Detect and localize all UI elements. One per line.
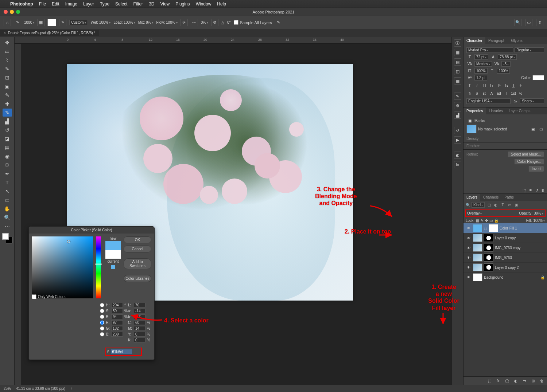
layer-thumbnail[interactable] (473, 224, 482, 232)
document-tab[interactable]: × DoubleExposurePs.psd @ 25% (Color Fill… (0, 30, 99, 36)
menu-3d[interactable]: 3D (149, 1, 154, 7)
sample-checkbox[interactable] (234, 20, 238, 25)
r-radio[interactable] (100, 320, 104, 325)
y-input[interactable]: 0 (134, 332, 146, 337)
type-tool[interactable]: T (3, 179, 12, 187)
a-input[interactable]: -14 (134, 309, 146, 313)
layer-visibility-icon[interactable]: 👁 (466, 266, 472, 270)
zoom-tool[interactable]: 🔍 (3, 213, 12, 222)
properties-panel[interactable]: ▣Masks No mask selected ▣ ▢ Density: Fea… (463, 114, 547, 187)
underline-button[interactable]: T (510, 82, 517, 89)
properties-panel-tabs[interactable]: Properties Libraries Layer Comps (463, 107, 547, 114)
language-select[interactable]: English: USA (466, 98, 511, 104)
hex-input[interactable]: 61b6ef (110, 349, 132, 354)
gradients-panel-icon[interactable]: ◫ (454, 68, 461, 75)
options-bar[interactable]: ⌂ ✎ 1000 ▦ ✎ Custom Wet: 100% Load: 100%… (0, 16, 547, 29)
layer-mask-thumbnail[interactable] (489, 224, 498, 232)
lock-row[interactable]: Lock: ▦ ✎ ✥ ▭ 🔒 Fill: 100% (463, 218, 547, 223)
opentype-buttons[interactable]: fi σst Aad T1st ½ (466, 90, 544, 97)
italic-button[interactable]: T (474, 82, 480, 89)
only-web-colors[interactable]: Only Web Colors (32, 294, 65, 299)
layer-row[interactable]: 👁 Background 🔒 (463, 273, 547, 282)
new-color-swatch[interactable] (105, 241, 121, 250)
history-panel-icon[interactable]: ↺ (454, 127, 461, 134)
layer-name[interactable]: Color Fill 1 (500, 226, 545, 230)
link-icon[interactable]: ⬚ (523, 188, 526, 192)
layer-mask-thumbnail[interactable] (484, 254, 493, 262)
bold-button[interactable]: T (466, 82, 473, 89)
tablet-pressure-icon[interactable]: ✎ (275, 19, 282, 26)
filter-kind-select[interactable]: Kind (472, 202, 485, 208)
baseline-input[interactable]: 1.2 pt (474, 75, 487, 81)
superscript-button[interactable]: T¹ (496, 82, 502, 89)
actions-panel-icon[interactable]: ▶ (454, 136, 461, 144)
type-style-buttons[interactable]: T T TT Tᴛ T¹ T₁ T T (466, 82, 544, 89)
color-range-button[interactable]: Color Range... (514, 158, 544, 165)
menu-window[interactable]: Window (196, 1, 212, 7)
new-group-icon[interactable]: 🗀 (521, 378, 527, 384)
menu-filter[interactable]: Filter (133, 1, 143, 7)
filter-type-icon[interactable]: T (500, 202, 506, 208)
crop-tool[interactable]: ⊡ (3, 74, 12, 82)
flow-value[interactable]: Flow: 100% (156, 20, 177, 24)
blur-tool[interactable]: ◉ (3, 152, 12, 160)
status-bar[interactable]: 25% 41.31 cm x 33.99 cm (300 ppi) 〉 (0, 385, 547, 392)
layer-fx-icon[interactable]: fx (495, 378, 501, 384)
move-tool[interactable]: ✥ (3, 39, 12, 47)
strike-button[interactable]: T (517, 82, 524, 89)
filter-smart-icon[interactable]: ▣ (513, 202, 519, 208)
smallcaps-button[interactable]: Tᴛ (488, 82, 495, 89)
font-family-select[interactable]: Myriad Pro (466, 47, 513, 53)
dodge-tool[interactable]: ☉ (3, 161, 12, 169)
brush-settings-panel-icon[interactable]: ⚙ (454, 102, 461, 109)
menu-plugins[interactable]: Plugins (175, 1, 190, 7)
foreground-color[interactable] (2, 233, 9, 240)
edit-toolbar[interactable]: ⋯ (3, 222, 12, 230)
shape-tool[interactable]: ▭ (3, 196, 12, 204)
hand-tool[interactable]: ✋ (3, 205, 12, 213)
owc-checkbox[interactable] (32, 294, 36, 299)
lock-artboard-icon[interactable]: ▭ (489, 219, 493, 223)
tools-panel[interactable]: ✥ ▭ ⌇ ✎ ⊡ ▣ ✎ ✚ ✎ ▟ ↺ ◪ ▤ ◉ ☉ ✒ T ↖ ▭ ✋ … (0, 37, 15, 385)
h-radio[interactable] (100, 303, 104, 307)
app-menu[interactable]: Photoshop (10, 1, 33, 7)
workspace-icon[interactable]: ▭ (525, 19, 532, 26)
tab-layer-comps[interactable]: Layer Comps (506, 107, 533, 114)
layers-list[interactable]: 👁 ⬚ Color Fill 1 👁 Layer 0 copy 👁 I (463, 223, 547, 376)
add-vector-mask-icon[interactable]: ▢ (538, 126, 544, 132)
angle-value[interactable]: 0° (227, 20, 231, 24)
layer-name[interactable]: IMG_9763 copy (495, 246, 545, 250)
color-swatches[interactable] (2, 233, 12, 243)
delete-layer-icon[interactable]: 🗑 (539, 378, 545, 384)
blend-opacity-row[interactable]: Overlay Opacity: 39% (465, 209, 546, 217)
g-input[interactable]: 182 (111, 326, 123, 331)
eraser-tool[interactable]: ◪ (3, 135, 12, 143)
lock-all-icon[interactable]: 🔒 (494, 219, 498, 223)
tab-properties[interactable]: Properties (463, 107, 486, 114)
gradient-tool[interactable]: ▤ (3, 144, 12, 152)
current-color-swatch[interactable] (105, 250, 121, 259)
ok-button[interactable]: OK (124, 236, 151, 243)
brushes-panel-icon[interactable]: ✎ (454, 93, 461, 100)
antialias-select[interactable]: Sharp (520, 98, 544, 104)
menu-edit[interactable]: Edit (52, 1, 59, 7)
menu-file[interactable]: File (39, 1, 46, 7)
smoothing-value[interactable]: 0% (201, 20, 208, 24)
subscript-button[interactable]: T₁ (503, 82, 509, 89)
bv-input[interactable]: 94 (111, 314, 123, 319)
hue-thumb[interactable] (95, 263, 102, 264)
minimize-window-icon[interactable] (10, 10, 14, 14)
lock-transparency-icon[interactable]: ▦ (476, 219, 479, 223)
document-tabs[interactable]: × DoubleExposurePs.psd @ 25% (Color Fill… (0, 29, 547, 37)
traffic-lights[interactable] (4, 10, 20, 14)
type-color-swatch[interactable] (532, 75, 544, 80)
s-input[interactable]: 59 (111, 309, 123, 313)
layer-visibility-icon[interactable]: 👁 (466, 275, 472, 279)
swatches-panel-icon[interactable]: ▤ (454, 58, 461, 66)
mix-value[interactable]: Mix: 8% (138, 20, 154, 24)
lock-position-icon[interactable]: ✥ (485, 219, 488, 223)
tab-paragraph[interactable]: Paragraph (485, 37, 508, 44)
eye-icon[interactable]: 👁 (529, 188, 532, 192)
brush-tool[interactable]: ✎ (3, 109, 12, 117)
close-window-icon[interactable] (4, 10, 8, 14)
